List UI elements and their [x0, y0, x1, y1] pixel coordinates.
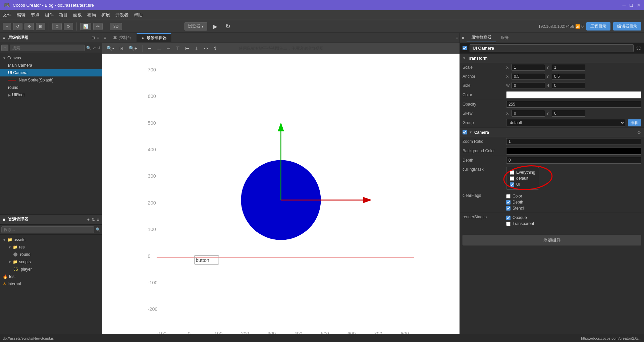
assets-add-icon[interactable]: + — [87, 217, 90, 222]
clearflag-depth-checkbox[interactable] — [506, 200, 511, 205]
3d-toggle-btn[interactable]: 3D — [110, 23, 122, 30]
tree-item-round[interactable]: round — [0, 84, 102, 91]
bg-color-picker[interactable] — [506, 147, 641, 155]
assets-header-icons[interactable]: + ⇅ ≡ — [87, 217, 99, 222]
transform-section-header[interactable]: ▼ Transform — [460, 54, 644, 63]
asset-item-round[interactable]: round — [0, 251, 102, 258]
asset-item-scripts[interactable]: ▼ 📁 scripts — [0, 258, 102, 266]
skew-x-input[interactable] — [512, 110, 545, 117]
undo-btn[interactable]: ↺ — [13, 23, 22, 30]
asset-item-test[interactable]: 🔥 test — [0, 273, 102, 280]
asset-search-icon[interactable]: 🔍 — [96, 227, 101, 232]
search-icon[interactable]: 🔍 — [86, 46, 91, 50]
rotate-tool-btn[interactable]: ⟳ — [64, 23, 73, 30]
tree-item-main-camera[interactable]: Main Camera — [0, 62, 102, 69]
renderstage-transparent[interactable]: Transparent — [506, 221, 534, 227]
depth-input[interactable] — [506, 157, 641, 164]
tab-console[interactable]: ⌘ 控制台 — [108, 34, 136, 42]
zoom-fit-btn[interactable]: ⊡ — [118, 45, 125, 52]
align-bottom-btn[interactable]: ⊥ — [193, 45, 200, 52]
clearflag-color-checkbox[interactable] — [506, 194, 511, 198]
tab-service[interactable]: 服务 — [496, 34, 514, 42]
clearflag-stencil-checkbox[interactable] — [506, 206, 511, 211]
scene-canvas[interactable]: 700 600 500 400 300 200 100 0 -100 -200 … — [102, 54, 460, 342]
maximize-btn[interactable]: □ — [630, 2, 633, 8]
zoom-ratio-input[interactable] — [506, 138, 641, 145]
expand-icon[interactable]: ⤢ — [93, 46, 96, 50]
browser-btn[interactable]: 浏览器 ▾ — [184, 22, 207, 31]
scale-y-input[interactable] — [552, 64, 585, 71]
anchor-x-input[interactable] — [512, 73, 545, 80]
clearflag-depth[interactable]: Depth — [506, 199, 525, 205]
renderstage-opaque-checkbox[interactable] — [506, 216, 511, 220]
tab-scene-editor[interactable]: ✦ 场景编辑器 — [137, 33, 171, 42]
menu-node[interactable]: 节点 — [31, 12, 40, 18]
menu-project[interactable]: 项目 — [59, 12, 68, 18]
clearflag-color[interactable]: Color — [506, 193, 525, 199]
tree-item-ui-camera[interactable]: UI Camera — [0, 69, 102, 76]
refresh-btn[interactable]: ↻ — [223, 23, 233, 30]
node-enabled-checkbox[interactable] — [463, 46, 467, 50]
distribute-v-btn[interactable]: ⇕ — [212, 45, 219, 52]
align-center-h-btn[interactable]: ⊥ — [155, 45, 163, 52]
scene-view[interactable]: 🔍- ⊡ 🔍+ ⊢ ⊥ ⊣ ⊤ ⊢ ⊥ ⇔ ⇕ 使用鼠标右键平移视图焦点，使用滚… — [102, 43, 460, 342]
asset-search-input[interactable] — [1, 226, 94, 233]
align-top-btn[interactable]: ⊤ — [174, 45, 181, 52]
hierarchy-copy-icon[interactable]: ⊡ — [92, 36, 95, 40]
camera-enabled-checkbox[interactable] — [463, 130, 467, 134]
culling-default[interactable]: default — [510, 175, 535, 181]
scale-x-input[interactable] — [512, 64, 545, 71]
zoom-out-btn[interactable]: 🔍- — [105, 45, 116, 52]
hierarchy-menu-icon[interactable]: ≡ — [97, 36, 99, 40]
hierarchy-search-input[interactable] — [10, 45, 85, 51]
menu-developer[interactable]: 开发者 — [115, 12, 128, 18]
camera-section-header[interactable]: ▼ Camera ⚙ — [460, 128, 644, 137]
clearflag-stencil[interactable]: Stencil — [506, 205, 525, 211]
refresh-hierarchy-icon[interactable]: ↺ — [97, 46, 101, 50]
hand-tool-btn[interactable]: ✥ — [24, 23, 34, 30]
menu-panel[interactable]: 面板 — [73, 12, 82, 18]
asset-item-res[interactable]: ▼ 📁 res — [0, 243, 102, 251]
editor-dir-btn[interactable]: 编辑器目录 — [613, 22, 641, 31]
bg-color-value[interactable] — [506, 147, 641, 155]
asset-item-internal[interactable]: ⚠ internal — [0, 280, 102, 288]
close-btn[interactable]: ✕ — [637, 2, 641, 8]
add-component-btn[interactable]: 添加组件 — [463, 235, 641, 245]
project-dir-btn[interactable]: 工程目录 — [586, 22, 610, 31]
menu-edit[interactable]: 编辑 — [17, 12, 25, 18]
menu-help[interactable]: 帮助 — [134, 12, 143, 18]
camera-settings-icon[interactable]: ⚙ — [637, 130, 641, 135]
culling-everything-checkbox[interactable] — [510, 170, 514, 175]
culling-ui[interactable]: UI — [510, 181, 535, 187]
tab-properties[interactable]: 属性检查器 — [467, 33, 496, 42]
hierarchy-add-btn[interactable]: + — [1, 45, 8, 51]
asset-item-player[interactable]: JS player — [0, 266, 102, 273]
rect-tool-btn[interactable]: ⊡ — [52, 23, 62, 30]
renderstage-opaque[interactable]: Opaque — [506, 215, 534, 221]
culling-everything[interactable]: Everything — [510, 169, 535, 175]
add-node-btn[interactable]: + — [3, 23, 11, 30]
color-picker[interactable] — [506, 91, 641, 99]
chart-btn[interactable]: 📊 — [80, 23, 91, 30]
align-right-btn[interactable]: ⊣ — [165, 45, 172, 52]
edit-btn[interactable]: ✏ — [93, 23, 103, 30]
minimize-btn[interactable]: ─ — [623, 2, 626, 8]
title-controls[interactable]: ─ □ ✕ — [623, 2, 641, 8]
color-value[interactable] — [506, 91, 641, 99]
asset-item-assets[interactable]: ▼ 📁 assets — [0, 236, 102, 243]
menu-extension[interactable]: 扩展 — [101, 12, 110, 18]
hierarchy-header-icons[interactable]: ⊡ ≡ — [92, 36, 99, 40]
menu-component[interactable]: 组件 — [45, 12, 54, 18]
assets-menu-icon[interactable]: ≡ — [97, 217, 99, 222]
distribute-h-btn[interactable]: ⇔ — [202, 45, 210, 52]
menu-file[interactable]: 文件 — [3, 12, 11, 18]
scene-tab-menu-icon[interactable]: ≡ — [456, 36, 458, 40]
play-btn[interactable]: ▶ — [210, 23, 220, 30]
culling-ui-checkbox[interactable] — [510, 182, 514, 187]
tree-item-uiroot[interactable]: ▶ UIRoot — [0, 91, 102, 99]
align-center-v-btn[interactable]: ⊢ — [183, 45, 191, 52]
assets-sort-icon[interactable]: ⇅ — [92, 217, 95, 222]
anchor-y-input[interactable] — [552, 73, 585, 80]
zoom-in-btn[interactable]: 🔍+ — [127, 45, 139, 52]
size-w-input[interactable] — [512, 82, 545, 89]
